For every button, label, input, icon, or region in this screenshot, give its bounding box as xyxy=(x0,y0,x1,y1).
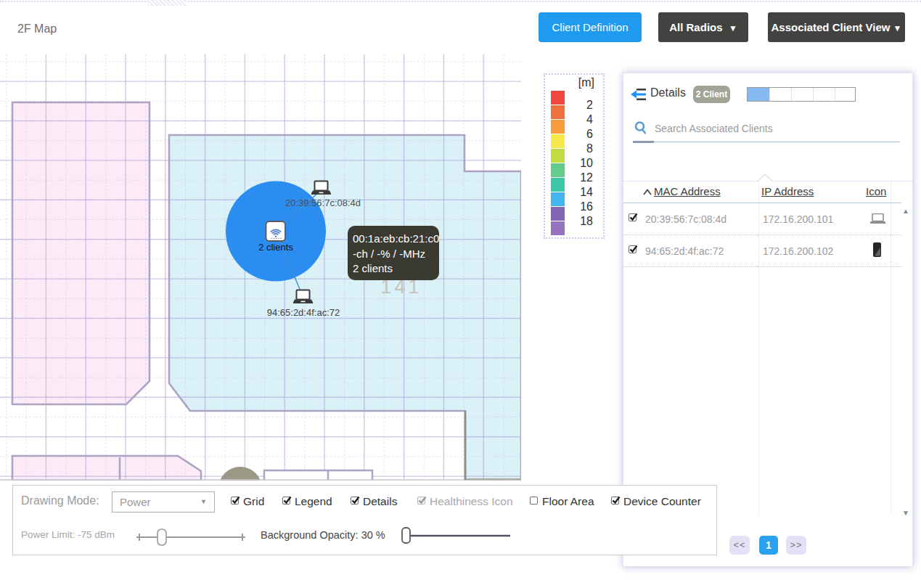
svg-text:00:1a:eb:cb:21:c0: 00:1a:eb:cb:21:c0 xyxy=(353,232,439,245)
svg-text:94:65:2d:4f:ac:72: 94:65:2d:4f:ac:72 xyxy=(267,307,340,318)
svg-text:2 clients: 2 clients xyxy=(353,262,393,274)
svg-text:20:39:56:7c:08:4d: 20:39:56:7c:08:4d xyxy=(285,197,361,208)
svg-text:-ch / -% / -MHz: -ch / -% / -MHz xyxy=(353,248,425,260)
svg-text:2 clients: 2 clients xyxy=(258,242,293,253)
